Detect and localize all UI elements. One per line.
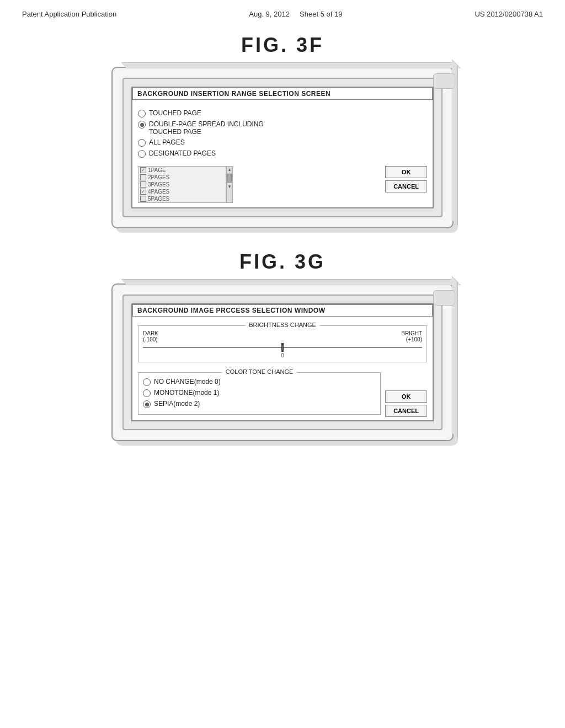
radio-label-1: TOUCHED PAGE (149, 109, 201, 117)
color-radio-label-3: SEPIA(mode 2) (154, 400, 200, 408)
radio-option-3[interactable]: ALL PAGES (138, 138, 427, 147)
color-radio-3[interactable] (143, 400, 151, 408)
scroll-down-arrow[interactable]: ▼ (227, 184, 232, 190)
brightness-section: BRIGHTNESS CHANGE DARK (-100) BRIGHT (+1… (138, 325, 427, 362)
list-item-2[interactable]: 2PAGES (138, 174, 226, 181)
bright-label: BRIGHT (401, 330, 422, 336)
checkbox-2[interactable] (140, 174, 146, 180)
device-box-3f: BACKGROUND INSERTION RANGE SELECTION SCR… (111, 67, 454, 228)
list-label-1: 1PAGE (148, 167, 166, 173)
color-radio-1[interactable] (143, 378, 151, 386)
list-box-3f[interactable]: 1PAGE 2PAGES 3PAGES (138, 166, 226, 203)
screen-3f: BACKGROUND INSERTION RANGE SELECTION SCR… (122, 78, 443, 217)
color-option-3[interactable]: SEPIA(mode 2) (143, 400, 376, 408)
brightness-row: DARK (-100) BRIGHT (+100) (143, 330, 422, 342)
header-date: Aug. 9, 2012 (249, 10, 290, 18)
radio-circle-3[interactable] (138, 139, 146, 147)
color-option-1[interactable]: NO CHANGE(mode 0) (143, 378, 376, 386)
list-label-3: 3PAGES (148, 181, 169, 188)
header-left: Patent Application Publication (22, 10, 116, 18)
slider-track (143, 347, 422, 348)
page-header: Patent Application Publication Aug. 9, 2… (0, 0, 565, 23)
checkbox-5[interactable] (140, 196, 146, 202)
dialog-3f-content: TOUCHED PAGE DOUBLE-PAGE SPREAD INCLUDIN… (132, 103, 433, 164)
list-item-1[interactable]: 1PAGE (138, 167, 226, 174)
device-3f: 100 BACKGROUND INSERTION RANGE SELECTION… (95, 67, 470, 228)
bright-value: (+100) (406, 336, 422, 342)
cancel-button-3f[interactable]: CANCEL (385, 180, 427, 192)
radio-label-2: DOUBLE-PAGE SPREAD INCLUDINGTOUCHED PAGE (149, 120, 264, 136)
brightness-slider[interactable] (143, 347, 422, 348)
screen-3g: BACKGROUND IMAGE PRCCESS SELECTION WINDO… (122, 295, 443, 430)
list-item-4[interactable]: 4PAGES (138, 188, 226, 195)
color-tone-group: COLOR TONE CHANGE NO CHANGE(mode 0) MONO… (138, 372, 381, 415)
color-radio-label-2: MONOTONE(mode 1) (154, 389, 219, 397)
radio-circle-1[interactable] (138, 110, 146, 117)
dialog-3g-bottom: COLOR TONE CHANGE NO CHANGE(mode 0) MONO… (132, 368, 433, 420)
scale-center: 0 (281, 352, 284, 358)
device-box-3g: BACKGROUND IMAGE PRCCESS SELECTION WINDO… (111, 283, 454, 441)
radio-label-4: DESIGNATED PAGES (149, 149, 216, 157)
device-tab-3g (433, 290, 455, 306)
brightness-label: BRIGHTNESS CHANGE (246, 322, 319, 328)
device-tab-3f (433, 73, 455, 89)
fig3f-section: FIG. 3F 100 BACKGROUND INSERTION RANGE S… (0, 34, 565, 228)
dialog-3g-title: BACKGROUND IMAGE PRCCESS SELECTION WINDO… (132, 304, 433, 317)
checkbox-1[interactable] (140, 167, 146, 173)
device-3g: 100 BACKGROUND IMAGE PRCCESS SELECTION W… (95, 283, 470, 441)
radio-label-3: ALL PAGES (149, 138, 185, 146)
radio-option-1[interactable]: TOUCHED PAGE (138, 109, 427, 117)
cancel-button-3g[interactable]: CANCEL (385, 405, 427, 417)
scroll-up-arrow[interactable]: ▲ (227, 167, 232, 173)
color-tone-label: COLOR TONE CHANGE (222, 368, 296, 375)
dark-label: DARK (143, 330, 158, 336)
checkbox-3[interactable] (140, 181, 146, 188)
dialog-3g: BACKGROUND IMAGE PRCCESS SELECTION WINDO… (131, 303, 434, 421)
fig3g-section: FIG. 3G 100 BACKGROUND IMAGE PRCCESS SEL… (0, 250, 565, 441)
list-label-4: 4PAGES (148, 189, 169, 195)
ok-button-3f[interactable]: OK (385, 166, 427, 178)
color-radio-2[interactable] (143, 389, 151, 397)
list-label-5: 5PAGES (148, 196, 169, 202)
brightness-scale-labels: 0 (143, 352, 422, 358)
color-tone-section: COLOR TONE CHANGE NO CHANGE(mode 0) MONO… (138, 370, 381, 417)
list-label-2: 2PAGES (148, 174, 169, 180)
dialog-3g-content: BRIGHTNESS CHANGE DARK (-100) BRIGHT (+1… (132, 320, 433, 368)
header-right: US 2012/0200738 A1 (475, 10, 543, 18)
color-radio-label-1: NO CHANGE(mode 0) (154, 378, 221, 386)
btn-group-3g: OK CANCEL (385, 390, 427, 417)
slider-center-mark (282, 345, 283, 350)
radio-option-2[interactable]: DOUBLE-PAGE SPREAD INCLUDINGTOUCHED PAGE (138, 120, 427, 136)
checkbox-4[interactable] (140, 189, 146, 195)
radio-option-4[interactable]: DESIGNATED PAGES (138, 149, 427, 158)
bright-group: BRIGHT (+100) (401, 330, 422, 342)
scroll-thumb[interactable] (227, 174, 232, 183)
dark-group: DARK (-100) (143, 330, 158, 342)
color-option-2[interactable]: MONOTONE(mode 1) (143, 389, 376, 397)
list-item-5[interactable]: 5PAGES (138, 195, 226, 202)
header-sheet: Sheet 5 of 19 (300, 10, 342, 18)
radio-circle-4[interactable] (138, 150, 146, 158)
ok-button-3g[interactable]: OK (385, 390, 427, 403)
fig3g-title: FIG. 3G (239, 250, 326, 274)
radio-circle-2[interactable] (138, 121, 146, 129)
btn-group-3f: OK CANCEL (385, 166, 427, 192)
list-item-3[interactable]: 3PAGES (138, 181, 226, 188)
header-center: Aug. 9, 2012 Sheet 5 of 19 (249, 10, 342, 18)
dialog-3f-title: BACKGROUND INSERTION RANGE SELECTION SCR… (132, 88, 433, 100)
dialog-3f: BACKGROUND INSERTION RANGE SELECTION SCR… (131, 87, 434, 208)
scrollbar-3f[interactable]: ▲ ▼ (226, 166, 233, 203)
dark-value: (-100) (143, 336, 158, 342)
dialog-3f-bottom: 1PAGE 2PAGES 3PAGES (132, 164, 433, 207)
fig3f-title: FIG. 3F (241, 34, 324, 57)
list-scrollbar-group: 1PAGE 2PAGES 3PAGES (138, 166, 233, 203)
